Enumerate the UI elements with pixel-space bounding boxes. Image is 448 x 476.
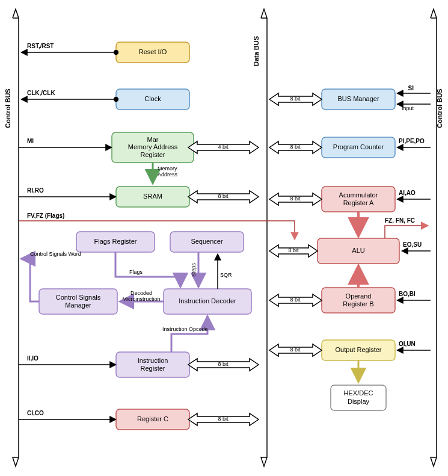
mi-signal: MI	[27, 138, 34, 144]
sqr-edge: SQR	[220, 272, 232, 278]
bo-signal: BO,BI	[399, 291, 416, 297]
pi-signal: PI,PE,PO	[399, 138, 425, 144]
si-signal: SI	[408, 85, 414, 91]
mar-l1: Mar	[147, 136, 159, 143]
regc-label: Register C	[137, 415, 168, 422]
acc-l2: Register A	[343, 199, 374, 206]
control-bus-left: Control BUS	[4, 9, 19, 466]
out-label: Output Register	[335, 346, 381, 353]
busman-width: 8 bit	[290, 96, 301, 102]
fv-signal: FV,FZ (Flags)	[27, 212, 64, 219]
oi-signal: OI,UN	[399, 341, 416, 347]
ri-signal: RI,RO	[27, 187, 44, 194]
display-l2: Display	[348, 398, 370, 405]
memaddr-1: Memory	[158, 165, 177, 172]
csm-l1: Control Signals	[56, 294, 101, 301]
clk-signal: CLK,/CLK	[27, 90, 55, 96]
clock-label: Clock	[144, 95, 161, 102]
mar-l3: Register	[141, 151, 165, 158]
ii-signal: II,IO	[27, 355, 38, 362]
ireg-width: 8 bit	[218, 361, 229, 367]
ai-signal: AI,AO	[399, 190, 416, 196]
data-bus-label: Data BUS	[253, 36, 260, 66]
pc-label: Program Counter	[333, 143, 384, 150]
sram-width: 8 bit	[218, 193, 229, 199]
architecture-diagram: Control BUS Data BUS Control BUS Reset I…	[0, 0, 448, 476]
acc-l1: Acummulator	[339, 191, 378, 199]
rst-signal: RST,/RST	[27, 43, 54, 49]
control-bus-right-label: Control BUS	[436, 88, 443, 128]
display-l1: HEX/DEC	[344, 389, 373, 397]
data-bus: Data BUS	[253, 9, 267, 466]
idec-label: Instruction Decoder	[179, 297, 236, 304]
ireg-l1: Instruction	[138, 357, 168, 364]
csm-l2: Manager	[65, 301, 91, 309]
alu-label: ALU	[352, 247, 364, 254]
pc-width: 8 bit	[290, 144, 301, 150]
mar-l2: Memory Address	[128, 143, 178, 150]
alu-width: 8 bit	[288, 247, 299, 253]
opb-l2: Register B	[343, 300, 373, 308]
flags-label: Flags Register	[94, 238, 137, 245]
decoded-2: Microinstruction	[122, 296, 160, 302]
decoded-1: Decoded	[130, 290, 152, 296]
eo-signal: EO,SU	[403, 241, 422, 248]
reset-io-label: Reset I/O	[139, 48, 167, 55]
csw-label: Control Signals Word	[30, 251, 81, 257]
opb-l1: Operand	[346, 292, 372, 300]
opcode-edge: Instruction Opcode	[162, 326, 208, 332]
acc-width: 8 bit	[290, 196, 301, 202]
ci-signal: CI,CO	[27, 410, 44, 416]
sram-label: SRAM	[143, 193, 162, 200]
ireg-l2: Register	[141, 365, 165, 372]
regc-width: 8 bit	[218, 416, 229, 422]
fz-signal: FZ, FN, FC	[385, 217, 415, 224]
flags-edge: Flags	[129, 269, 143, 275]
control-bus-left-label: Control BUS	[4, 88, 11, 128]
mar-width: 4 bit	[218, 144, 229, 150]
opb-width: 8 bit	[290, 297, 301, 303]
control-bus-right: Control BUS	[431, 9, 443, 466]
sequencer-label: Sequencer	[191, 238, 223, 245]
input-signal: Input	[402, 105, 414, 111]
steps-edge: Steps	[191, 262, 197, 277]
memaddr-2: Address	[158, 172, 178, 178]
out-width: 8 bit	[290, 347, 301, 353]
busman-label: BUS Manager	[337, 95, 379, 102]
